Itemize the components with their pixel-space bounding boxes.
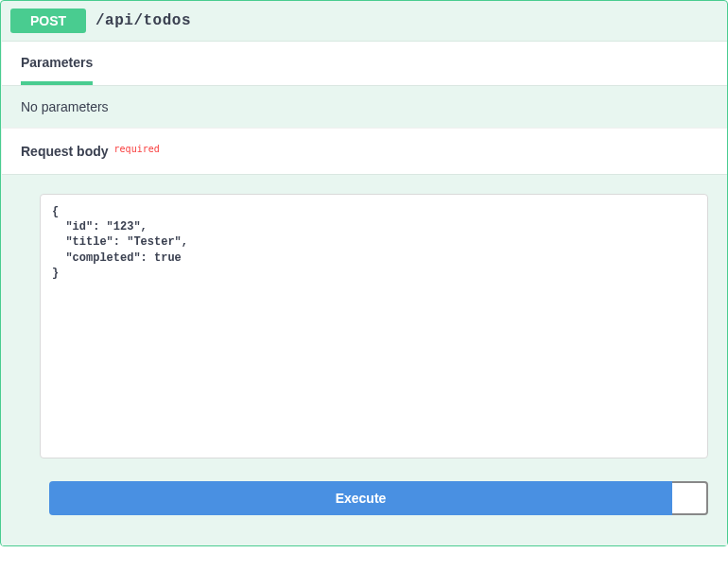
required-badge: required (114, 144, 160, 154)
operation-header[interactable]: POST /api/todos (1, 1, 727, 41)
request-body-section: Execute (2, 174, 727, 545)
tab-parameters[interactable]: Parameters (21, 55, 93, 85)
request-body-label: Request body (21, 144, 109, 159)
clear-button[interactable] (672, 481, 708, 515)
no-parameters-message: No parameters (2, 85, 727, 128)
operation-body: Parameters No parameters Request body re… (2, 41, 727, 545)
request-body-header: Request body required (2, 128, 727, 174)
operation-block: POST /api/todos Parameters No parameters… (0, 0, 728, 546)
endpoint-path: /api/todos (95, 12, 191, 29)
tabs-row: Parameters (2, 42, 727, 85)
request-body-editor[interactable] (40, 194, 708, 458)
method-badge: POST (10, 9, 86, 33)
execute-row: Execute (40, 462, 708, 527)
execute-button[interactable]: Execute (49, 481, 672, 515)
